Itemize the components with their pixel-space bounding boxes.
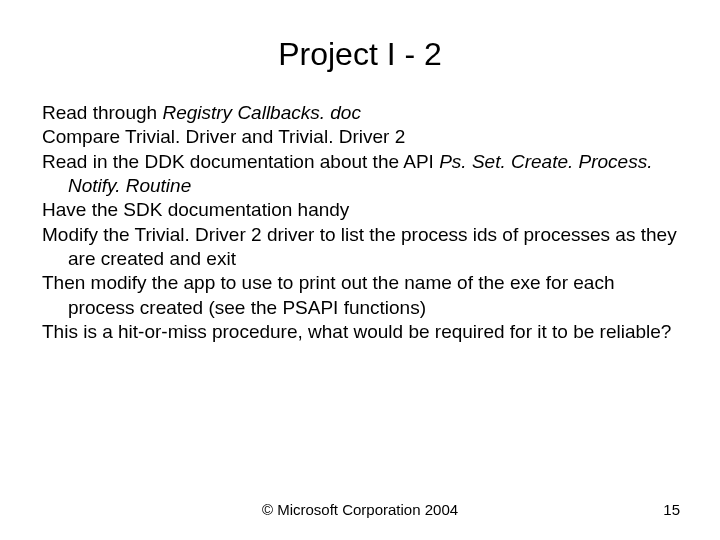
list-item: Read through Registry Callbacks. doc <box>42 101 680 125</box>
text: Read through <box>42 102 162 123</box>
list-item: Then modify the app to use to print out … <box>42 271 680 320</box>
list-item: Have the SDK documentation handy <box>42 198 680 222</box>
text: Read in the DDK documentation about the … <box>42 151 439 172</box>
page-number: 15 <box>663 501 680 518</box>
list-item: Compare Trivial. Driver and Trivial. Dri… <box>42 125 680 149</box>
list-item: This is a hit-or-miss procedure, what wo… <box>42 320 680 344</box>
text-italic: Registry Callbacks. doc <box>162 102 361 123</box>
list-item: Read in the DDK documentation about the … <box>42 150 680 199</box>
slide-body: Read through Registry Callbacks. doc Com… <box>42 101 680 344</box>
list-item: Modify the Trivial. Driver 2 driver to l… <box>42 223 680 272</box>
slide-title: Project I - 2 <box>0 36 720 73</box>
footer-copyright: © Microsoft Corporation 2004 <box>0 501 720 518</box>
